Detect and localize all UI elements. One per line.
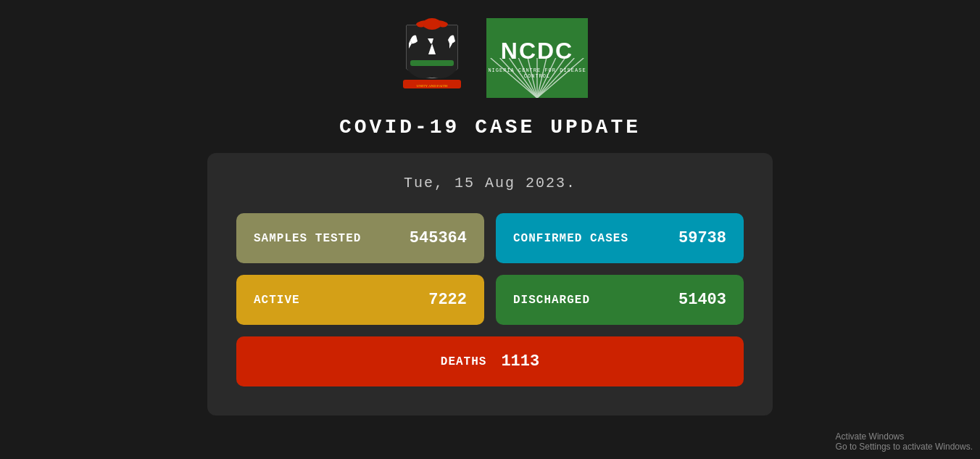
deaths-label: DEATHS [441, 355, 487, 368]
stats-grid: SAMPLES TESTED 545364 CONFIRMED CASES 59… [236, 213, 744, 325]
ncdc-subtitle: NIGERIA CENTRE FOR DISEASE CONTROL [486, 67, 588, 79]
svg-rect-1 [410, 60, 454, 66]
date-display: Tue, 15 Aug 2023. [404, 175, 576, 191]
samples-tested-value: 545364 [410, 229, 467, 247]
deaths-box: DEATHS 1113 [236, 336, 744, 386]
ncdc-logo: NCDC NIGERIA CENTRE FOR DISEASE CONTROL [486, 18, 588, 98]
active-value: 7222 [428, 291, 467, 309]
discharged-value: 51403 [678, 291, 726, 309]
coat-of-arms: UNITY AND FAITH [392, 15, 472, 102]
svg-text:UNITY AND FAITH: UNITY AND FAITH [417, 84, 448, 88]
activate-windows-line1: Activate Windows [836, 431, 973, 442]
active-label: ACTIVE [254, 294, 300, 307]
activate-windows-line2: Go to Settings to activate Windows. [836, 442, 973, 452]
confirmed-cases-label: CONFIRMED CASES [513, 232, 628, 245]
confirmed-cases-box: CONFIRMED CASES 59738 [496, 213, 744, 263]
deaths-value: 1113 [501, 352, 539, 371]
ncdc-logo-text: NCDC [501, 38, 573, 65]
samples-tested-box: SAMPLES TESTED 545364 [236, 213, 484, 263]
discharged-label: DISCHARGED [513, 294, 590, 307]
confirmed-cases-value: 59738 [678, 229, 726, 247]
page-title: COVID-19 CASE UPDATE [339, 116, 641, 138]
dashboard-card: Tue, 15 Aug 2023. SAMPLES TESTED 545364 … [207, 153, 773, 415]
header-logos: UNITY AND FAITH NCDC NIGERIA CENTRE FOR … [392, 15, 588, 102]
active-box: ACTIVE 7222 [236, 275, 484, 325]
samples-tested-label: SAMPLES TESTED [254, 232, 361, 245]
discharged-box: DISCHARGED 51403 [496, 275, 744, 325]
activate-windows-notice: Activate Windows Go to Settings to activ… [836, 431, 973, 452]
